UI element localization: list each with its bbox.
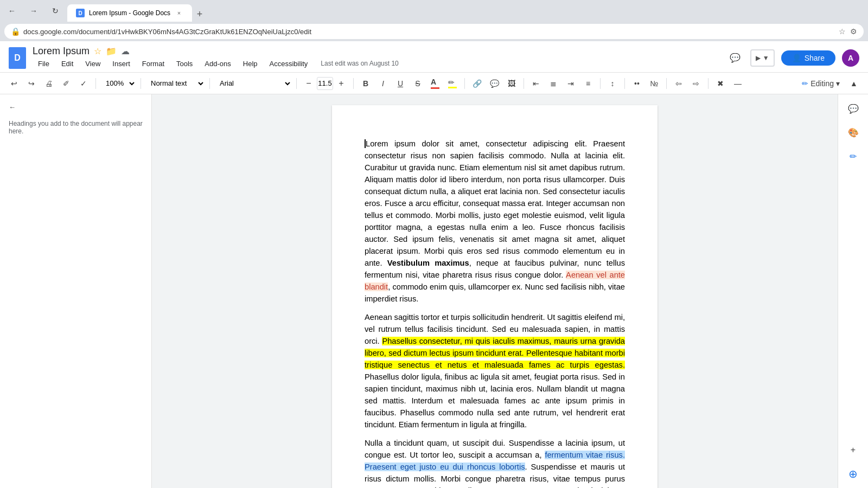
tab-favicon: D [76,9,85,17]
tab-close-button[interactable]: × [175,9,183,17]
paragraph-2[interactable]: Aenean sagittis tortor et turpis sollici… [365,311,625,431]
paragraph-1[interactable]: Lorem ipsum dolor sit amet, consectetur … [365,138,625,305]
menu-format[interactable]: Format [137,57,170,70]
print-button[interactable]: 🖨 [41,76,56,91]
menu-addons[interactable]: Add-ons [199,57,236,70]
tab-title: Lorem Ipsum - Google Docs [89,9,170,17]
toolbar-sep-8 [600,78,601,89]
url-text: docs.google.com/document/d/1vHwkBKY06mNs… [23,28,835,36]
active-tab[interactable]: D Lorem Ipsum - Google Docs × [67,4,192,22]
doc-area[interactable]: Lorem ipsum dolor sit amet, consectetur … [152,94,838,488]
justify-button[interactable]: ≡ [580,76,596,91]
font-size-control: − + [301,76,349,91]
left-sidebar: ← Headings you add to the document will … [0,94,152,488]
bold-button[interactable]: B [358,76,373,91]
refresh-button[interactable]: ↻ [48,3,63,18]
star-icon[interactable]: ☆ [94,46,101,56]
numbered-list-button[interactable]: № [647,76,662,91]
italic-button[interactable]: I [375,76,391,91]
font-select[interactable]: Arial Times New Roman Courier New [214,76,292,91]
redo-button[interactable]: ↪ [24,76,39,91]
pencil-icon: ✏ [802,79,808,88]
zoom-select[interactable]: 100% 75% 50% 150% 200% [100,76,136,91]
editing-mode-button[interactable]: ✏ Editing ▾ [797,76,844,91]
explore-button[interactable]: ⊕ [844,464,863,484]
toolbar-sep-3 [209,78,210,89]
highlight-yellow-text-1: Phasellus consectetur, mi quis iaculis m… [365,337,625,369]
add-row-button[interactable]: + [844,440,863,460]
editing-mode-chevron: ▾ [836,79,840,88]
docs-header-right: 💬 ▶ ▼ 👤 Share A [726,49,859,67]
bullets-button[interactable]: •• [629,76,644,91]
collapse-toolbar-button[interactable]: ▲ [846,76,861,91]
right-sidebar: 💬 🎨 ✏ + ⊕ [838,94,868,488]
menu-tools[interactable]: Tools [171,57,198,70]
text-color-button[interactable]: A [427,76,443,91]
chat-icon-btn[interactable]: 💬 [726,49,744,67]
decrease-indent-button[interactable]: ⇦ [671,76,686,91]
toolbar-sep-11 [708,78,709,89]
increase-indent-button[interactable]: ⇨ [688,76,704,91]
last-edit-text: Last edit was on August 10 [321,60,398,67]
image-button[interactable]: 🖼 [504,76,519,91]
menu-help[interactable]: Help [238,57,263,70]
back-arrow-icon: ← [9,103,16,111]
toolbar-sep-4 [296,78,297,89]
folder-icon[interactable]: 📁 [106,46,117,56]
address-bar-icons: ☆ ⚙ [839,27,857,36]
cloud-icon[interactable]: ☁ [121,46,130,56]
horizontal-rule-button[interactable]: ― [730,76,745,91]
menu-file[interactable]: File [33,57,55,70]
menu-view[interactable]: View [80,57,106,70]
paint-format-button[interactable]: ✐ [59,76,74,91]
docs-logo-letter: D [14,53,21,63]
toolbar-sep-5 [353,78,354,89]
menu-accessibility[interactable]: Accessibility [264,57,314,70]
highlight-button[interactable]: ✏ [445,76,460,91]
share-label: Share [805,54,825,62]
underline-button[interactable]: U [393,76,408,91]
bookmark-icon[interactable]: ☆ [839,27,846,36]
forward-button[interactable]: → [26,3,41,18]
font-size-input[interactable] [317,77,333,90]
doc-text[interactable]: Lorem ipsum dolor sit amet, consectetur … [365,138,625,488]
clear-format-button[interactable]: ✖ [713,76,728,91]
suggestions-panel-button[interactable]: ✏ [844,146,863,166]
strikethrough-button[interactable]: S [410,76,425,91]
new-tab-button[interactable]: + [192,7,207,22]
undo-button[interactable]: ↩ [7,76,22,91]
editing-mode-label: Editing [810,79,834,88]
increase-font-button[interactable]: + [334,76,349,91]
share-button[interactable]: 👤 Share [781,50,835,66]
comments-panel-button[interactable]: 💬 [844,99,863,118]
user-avatar[interactable]: A [842,49,859,67]
highlight-blue-text: fermentum vitae risus. Praesent eget jus… [365,451,625,471]
toolbar-sep-2 [141,78,141,89]
line-spacing-button[interactable]: ↕ [605,76,620,91]
address-bar[interactable]: 🔒 docs.google.com/document/d/1vHwkBKY06m… [4,24,864,39]
extensions-icon[interactable]: ⚙ [850,27,857,36]
align-right-button[interactable]: ⇥ [563,76,578,91]
decrease-font-button[interactable]: − [301,76,316,91]
toolbar-sep-10 [666,78,667,89]
paragraph-3[interactable]: Nulla a tincidunt quam, ut suscipit dui.… [365,437,625,488]
style-select[interactable]: Normal text Heading 1 Heading 2 Heading … [145,76,205,91]
tab-bar: D Lorem Ipsum - Google Docs × + [67,0,207,22]
menu-edit[interactable]: Edit [56,57,79,70]
menu-insert[interactable]: Insert [107,57,136,70]
doc-paper[interactable]: Lorem ipsum dolor sit amet, consectetur … [332,105,658,488]
back-button[interactable]: ← [4,3,20,18]
align-left-button[interactable]: ⇤ [528,76,544,91]
align-center-button[interactable]: ≣ [546,76,561,91]
paint-panel-button[interactable]: 🎨 [844,123,863,142]
link-button[interactable]: 🔗 [469,76,484,91]
comment-button[interactable]: 💬 [487,76,502,91]
docs-logo: D [9,47,26,69]
menu-bar: File Edit View Insert Format Tools Add-o… [33,57,720,70]
sidebar-back-button[interactable]: ← [9,103,143,111]
spell-check-button[interactable]: ✓ [76,76,91,91]
document-title[interactable]: Lorem Ipsum [33,46,90,57]
docs-app: D Lorem Ipsum ☆ 📁 ☁ File Edit View Inser… [0,41,868,488]
present-icon-btn[interactable]: ▶ ▼ [750,49,774,67]
toolbar-sep-9 [624,78,625,89]
